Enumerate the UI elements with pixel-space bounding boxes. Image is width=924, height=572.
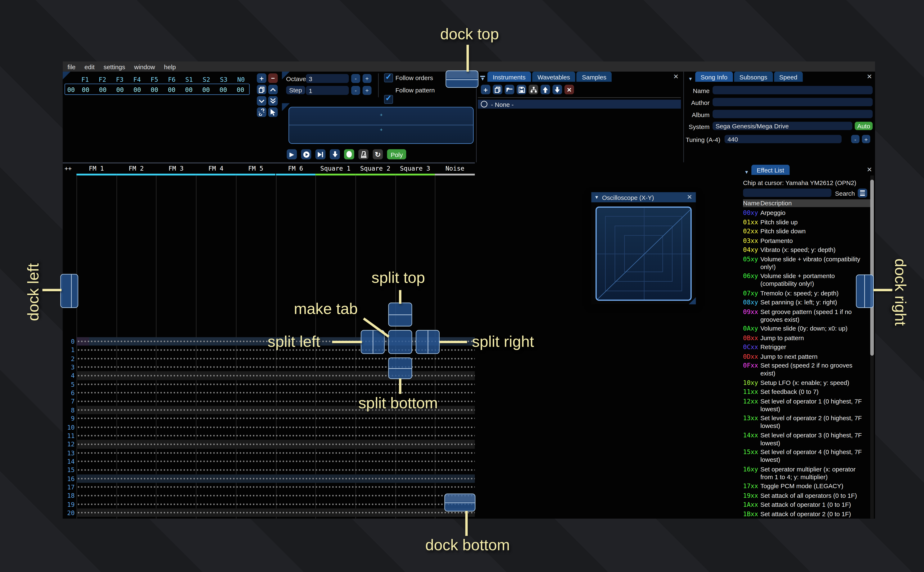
effect-row[interactable]: 0FxxSet speed (speed 2 if no grooves exi… [743, 362, 869, 377]
menu-item-help[interactable]: help [164, 63, 176, 70]
channel-header-square-3[interactable]: Square 3 [395, 165, 435, 174]
row-cells[interactable] [76, 457, 475, 466]
split-top-target[interactable] [388, 303, 412, 326]
channel-header-square-2[interactable]: Square 2 [355, 165, 395, 174]
repeat-pattern-button[interactable]: ↻ [372, 149, 383, 160]
tab-wavetables[interactable]: Wavetables [532, 72, 575, 82]
move-order-up-button[interactable] [268, 85, 278, 94]
edit-record-toggle[interactable] [344, 149, 354, 160]
row-cells[interactable] [76, 380, 475, 389]
row-cells[interactable] [76, 517, 475, 519]
dock-right-target[interactable] [856, 275, 874, 308]
order-cell[interactable]: 00 [215, 86, 232, 93]
metronome-button[interactable] [358, 149, 369, 160]
instrument-list-item[interactable]: - None - [478, 100, 681, 109]
octave-input[interactable]: 3 [306, 74, 349, 83]
auto-system-button[interactable]: Auto [855, 122, 873, 130]
effect-row[interactable]: 15xxSet level of operator 4 (0 highest, … [743, 448, 869, 464]
split-bottom-target[interactable] [388, 358, 412, 379]
scrollbar-thumb[interactable] [870, 180, 874, 356]
menu-item-window[interactable]: window [134, 63, 155, 70]
row-cells[interactable] [76, 500, 475, 508]
play-from-cursor-button[interactable] [315, 149, 326, 160]
split-right-target[interactable] [416, 330, 439, 354]
octave-minus-button[interactable]: - [351, 74, 360, 83]
order-cell[interactable]: 00 [94, 86, 111, 93]
resize-grip[interactable] [689, 297, 696, 305]
dock-left-target[interactable] [60, 274, 78, 308]
step-minus-button[interactable]: - [351, 86, 360, 95]
close-icon[interactable]: ✕ [867, 166, 872, 174]
channel-header-fm-3[interactable]: FM 3 [156, 165, 196, 174]
effect-row[interactable]: 0CxxRetrigger [743, 343, 869, 351]
effect-row[interactable]: 19xxSet attack of all operators (0 to 1F… [743, 491, 869, 499]
collapse-icon[interactable]: ▼ [594, 194, 599, 200]
move-instrument-down-button[interactable] [553, 85, 562, 94]
order-cell[interactable]: 00 [129, 86, 146, 93]
system-field[interactable]: Sega Genesis/Mega Drive [713, 122, 852, 130]
effect-row[interactable]: 11xxSet feedback (0 to 7) [743, 388, 869, 396]
tuning-field[interactable]: 440 [725, 135, 842, 143]
order-edit-mode-button[interactable] [268, 107, 278, 117]
effect-row[interactable]: 17xxToggle PCM mode (LEGACY) [743, 482, 869, 490]
open-instrument-button[interactable] [505, 85, 514, 94]
row-cells[interactable] [76, 431, 475, 440]
tab-instruments[interactable]: Instruments [487, 72, 531, 82]
channel-header-fm-2[interactable]: FM 2 [116, 165, 156, 174]
add-order-button[interactable]: ＋ [257, 73, 266, 83]
remove-order-button[interactable]: − [268, 73, 278, 83]
effect-row[interactable]: 04xyVibrato (x: speed; y: depth) [743, 246, 869, 253]
menu-item-settings[interactable]: settings [104, 63, 125, 70]
effect-row[interactable]: 16xySet operator multiplier (x: operator… [743, 465, 869, 481]
effect-row[interactable]: 01xxPitch slide up [743, 218, 869, 226]
follow-orders-checkbox[interactable]: ✓ [384, 73, 393, 82]
duplicate-instrument-button[interactable] [493, 85, 502, 94]
poly-button[interactable]: Poly [387, 149, 407, 160]
row-cells[interactable] [76, 423, 475, 431]
row-cells[interactable] [76, 491, 475, 500]
order-cell[interactable]: 00 [146, 86, 163, 93]
dock-bottom-target[interactable] [444, 494, 475, 511]
row-cells[interactable] [76, 440, 475, 448]
author-field[interactable] [713, 98, 873, 106]
duplicate-order-end-button[interactable] [268, 96, 278, 106]
tab-song-info[interactable]: Song Info [695, 72, 733, 82]
instrument-type-button[interactable] [528, 85, 538, 94]
menu-item-file[interactable]: file [68, 63, 76, 70]
effect-row[interactable]: 1BxxSet attack of operator 2 (0 to 1F) [743, 510, 869, 518]
tuning-plus-button[interactable]: + [862, 135, 870, 143]
split-left-target[interactable] [361, 330, 385, 354]
order-cell[interactable]: 00 [77, 86, 94, 93]
effect-search-input[interactable] [743, 188, 831, 197]
effect-row[interactable]: 02xxPitch slide down [743, 227, 869, 235]
row-cells[interactable] [76, 474, 475, 483]
order-cell[interactable]: 00 [232, 86, 249, 93]
tab-effect-list[interactable]: Effect List [751, 165, 790, 175]
change-all-orders-button[interactable] [257, 107, 266, 117]
close-icon[interactable]: ✕ [687, 193, 692, 201]
effect-row[interactable]: 06xyVolume slide + portamento (compatibi… [743, 272, 869, 288]
order-cell[interactable]: 00 [111, 86, 128, 93]
tab-speed[interactable]: Speed [774, 72, 802, 82]
effect-row[interactable]: 10xySetup LFO (x: enable; y: speed) [743, 379, 869, 386]
step-input[interactable]: 1 [306, 86, 349, 95]
save-instrument-button[interactable] [517, 85, 526, 94]
channel-header-fm-5[interactable]: FM 5 [236, 165, 276, 174]
effect-row[interactable]: 14xxSet level of operator 3 (0 highest, … [743, 431, 869, 446]
effect-list-menu-button[interactable] [858, 188, 867, 197]
oscilloscope-window[interactable]: ▼ Oscilloscope (X-Y) ✕ [591, 192, 696, 305]
tab-subsongs[interactable]: Subsongs [734, 72, 773, 82]
row-cells[interactable] [76, 466, 475, 474]
effect-row[interactable]: 08xySet panning (x: left; y: right) [743, 298, 869, 306]
step-one-row-button[interactable] [330, 149, 340, 160]
row-cells[interactable] [76, 363, 475, 371]
add-instrument-button[interactable]: ＋ [481, 85, 491, 94]
move-order-down-button[interactable] [257, 96, 266, 106]
close-icon[interactable]: ✕ [673, 73, 679, 81]
channel-header-fm-6[interactable]: FM 6 [276, 165, 315, 174]
album-field[interactable] [713, 110, 873, 118]
pattern-expand-button[interactable]: ++ [64, 165, 72, 172]
effect-row[interactable]: 1AxxSet attack of operator 1 (0 to 1F) [743, 501, 869, 508]
collapse-icon[interactable]: ▼ [688, 78, 693, 81]
row-cells[interactable] [76, 371, 475, 380]
